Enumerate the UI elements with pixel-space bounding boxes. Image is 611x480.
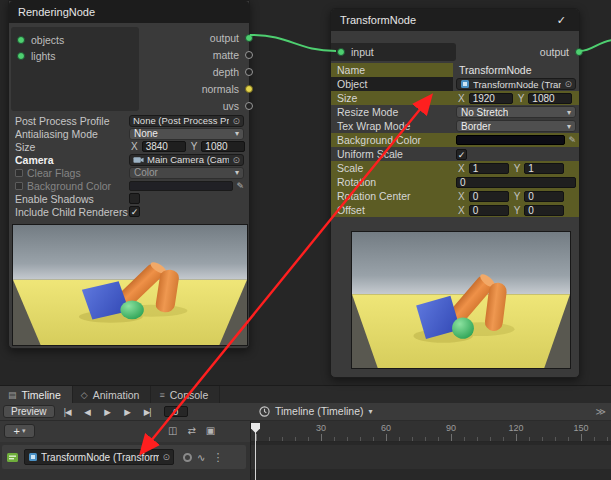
object-field[interactable]: TransformNode (Transform Node ⊙ [456,78,576,90]
output-port[interactable]: output [540,43,579,61]
clear-flags-dropdown[interactable]: Color ▾ [129,167,244,179]
transform-asset-icon [28,452,38,462]
rotation-field[interactable]: 0 [456,177,576,188]
prop-row-tex-wrap-mode: Tex Wrap Mode Border ▾ [331,119,579,133]
rendering-node-header[interactable]: RenderingNode [9,1,249,23]
prop-row-size: Size X 1920 Y 1080 [331,91,579,105]
rotation-center-y-field[interactable]: 0 [524,191,564,202]
port-output[interactable]: output [210,32,253,44]
record-button[interactable] [183,453,192,462]
size-y-field[interactable]: 1080 [201,141,245,152]
tab-timeline[interactable]: ▤ Timeline [0,386,73,403]
timeline-tab-icon: ▤ [8,390,17,400]
object-picker-icon[interactable]: ⊙ [232,116,240,126]
curves-icon[interactable]: ∿ [197,452,205,463]
post-process-profile-field[interactable]: None (Post Process Profile) ⊙ [129,115,244,127]
track-lane-column[interactable] [250,442,611,480]
offset-x-field[interactable]: 0 [469,205,509,216]
port-normals[interactable]: normals [202,83,253,95]
previous-frame-button[interactable]: ◀ [80,405,95,419]
node-enabled-checkbox[interactable]: ✓ [557,14,566,27]
port-dot-icon[interactable] [245,51,253,59]
transform-node-header[interactable]: TransformNode ✓ [331,9,579,31]
port-matte[interactable]: matte [213,49,253,61]
port-dot-icon[interactable] [337,48,345,56]
chevron-down-icon: ▾ [22,427,26,435]
port-dot-icon[interactable] [17,36,25,44]
offset-y-field[interactable]: 0 [524,205,564,216]
port-dot-icon[interactable] [245,85,253,93]
play-button[interactable]: ▶ [100,405,115,419]
timeline-track[interactable]: TransformNode (Transform ⊙ ∿ ⋮ [2,445,246,469]
size-x-field[interactable]: 3840 [142,141,186,152]
port-objects[interactable]: objects [17,34,64,46]
prop-row-object: Object TransformNode (Transform Node ⊙ [331,77,579,91]
chevron-down-icon: ▾ [567,122,571,131]
port-lights[interactable]: lights [17,50,56,62]
name-value[interactable]: TransformNode [456,64,532,76]
tex-wrap-mode-dropdown[interactable]: Border ▾ [456,120,576,132]
eyedropper-icon[interactable]: ✎ [236,181,244,191]
current-frame-field[interactable]: 0 [164,406,188,417]
rendering-node-inputs-panel: objects lights [11,27,139,111]
enable-shadows-checkbox[interactable] [129,193,140,204]
tab-animation[interactable]: ◇ Animation [73,386,152,403]
timeline-ruler[interactable]: 306090120150 [250,421,611,442]
rendering-node-preview [12,224,248,346]
antialiasing-dropdown[interactable]: None ▾ [129,128,244,140]
uniform-scale-checkbox[interactable]: ✓ [456,149,467,160]
transform-node[interactable]: TransformNode ✓ input output Name Transf… [330,8,580,378]
scale-y-field[interactable]: 1 [524,163,564,174]
replace-mode-icon[interactable]: ▣ [206,425,215,436]
goto-end-button[interactable]: ▶| [140,405,155,419]
rendering-node[interactable]: RenderingNode objects lights output [8,0,250,349]
track-lane[interactable] [251,445,611,469]
background-color-override-checkbox[interactable] [15,182,23,190]
add-track-button[interactable]: + ▾ [4,424,35,438]
wire-rendering-to-transform[interactable] [250,35,336,51]
background-color-swatch[interactable] [456,135,565,145]
camera-icon [133,155,144,164]
ripple-mode-icon[interactable]: ⇄ [187,425,195,436]
camera-object-field[interactable]: Main Camera (Camera) ⊙ [129,154,244,166]
eyedropper-icon[interactable]: ✎ [568,135,576,145]
object-picker-icon[interactable]: ⊙ [232,155,240,165]
playhead-line [255,432,256,480]
timeline-asset-selector[interactable]: Timeline (Timeline) ▾ [259,405,373,417]
tab-console[interactable]: ≡ Console [151,386,220,403]
timeline-options-icon[interactable]: ≫ [596,406,606,417]
scale-x-field[interactable]: 1 [469,163,509,174]
goto-start-button[interactable]: |◀ [60,405,75,419]
mix-mode-icon[interactable]: ◫ [168,425,177,436]
port-dot-icon[interactable] [245,68,253,76]
clear-flags-override-checkbox[interactable] [15,169,23,177]
rendering-node-title: RenderingNode [18,6,95,18]
port-depth[interactable]: depth [213,66,253,78]
background-color-swatch[interactable] [129,181,233,191]
size-x-field[interactable]: 1920 [469,93,513,104]
wire-transform-output[interactable] [580,40,611,51]
object-picker-icon[interactable]: ⊙ [162,452,170,462]
chevron-down-icon: ▾ [235,129,239,138]
include-child-renderers-checkbox[interactable]: ✓ [129,206,140,217]
rotation-center-x-field[interactable]: 0 [469,191,509,202]
prop-row-background-color: Background Color ✎ [331,133,579,147]
track-binding-field[interactable]: TransformNode (Transform ⊙ [24,449,174,465]
prop-row-resize-mode: Resize Mode No Stretch ▾ [331,105,579,119]
port-dot-icon[interactable] [245,102,253,110]
port-dot-icon[interactable] [245,34,253,42]
preview-toggle-button[interactable]: Preview [3,405,55,418]
node-graph-canvas[interactable]: RenderingNode objects lights output [0,0,611,385]
input-port[interactable]: input [331,43,456,61]
prop-row-uniform-scale: Uniform Scale ✓ [331,147,579,161]
track-menu-icon[interactable]: ⋮ [212,451,223,464]
size-y-field[interactable]: 1080 [528,93,572,104]
track-header-column: TransformNode (Transform ⊙ ∿ ⋮ [0,442,250,480]
port-uvs[interactable]: uvs [223,100,253,112]
port-dot-icon[interactable] [575,48,583,56]
port-dot-icon[interactable] [17,52,25,60]
resize-mode-dropdown[interactable]: No Stretch ▾ [456,106,576,118]
rendering-node-ports: objects lights output matte depth [9,23,249,114]
next-frame-button[interactable]: ▶ [120,405,135,419]
object-picker-icon[interactable]: ⊙ [564,79,572,89]
